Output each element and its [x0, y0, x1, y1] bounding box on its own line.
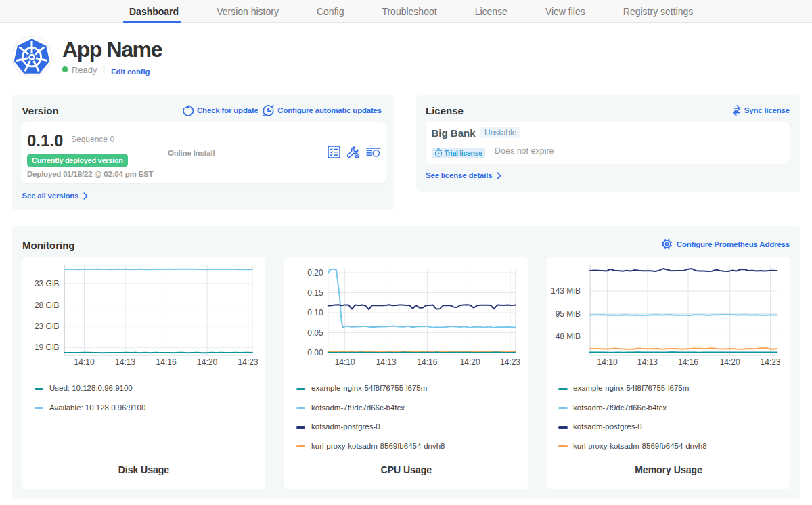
- svg-text:14:16: 14:16: [678, 357, 698, 367]
- svg-text:14:13: 14:13: [637, 357, 658, 367]
- svg-text:14:10: 14:10: [335, 357, 355, 367]
- svg-text:0.15: 0.15: [308, 288, 324, 298]
- svg-text:0.10: 0.10: [308, 308, 324, 317]
- svg-text:48 MiB: 48 MiB: [556, 332, 581, 341]
- svg-text:14:10: 14:10: [597, 357, 618, 367]
- svg-text:14:23: 14:23: [500, 357, 520, 367]
- svg-text:143 MiB: 143 MiB: [551, 286, 581, 296]
- svg-text:23 GiB: 23 GiB: [35, 322, 60, 331]
- svg-text:0.20: 0.20: [308, 268, 324, 278]
- svg-text:33 GiB: 33 GiB: [35, 279, 60, 288]
- svg-text:14:16: 14:16: [418, 357, 438, 367]
- svg-text:0.00: 0.00: [308, 348, 324, 357]
- svg-text:19 GiB: 19 GiB: [35, 343, 60, 352]
- svg-text:14:16: 14:16: [156, 357, 177, 367]
- svg-text:0.05: 0.05: [308, 328, 324, 338]
- svg-text:14:20: 14:20: [720, 357, 740, 367]
- svg-text:14:13: 14:13: [376, 357, 397, 367]
- svg-text:14:20: 14:20: [460, 357, 480, 367]
- svg-text:14:23: 14:23: [238, 357, 258, 367]
- svg-text:14:13: 14:13: [115, 357, 135, 367]
- svg-text:14:10: 14:10: [74, 357, 95, 367]
- svg-text:14:23: 14:23: [760, 357, 780, 367]
- svg-text:14:20: 14:20: [197, 357, 217, 367]
- svg-text:95 MiB: 95 MiB: [556, 309, 581, 319]
- svg-text:28 GiB: 28 GiB: [35, 301, 60, 310]
